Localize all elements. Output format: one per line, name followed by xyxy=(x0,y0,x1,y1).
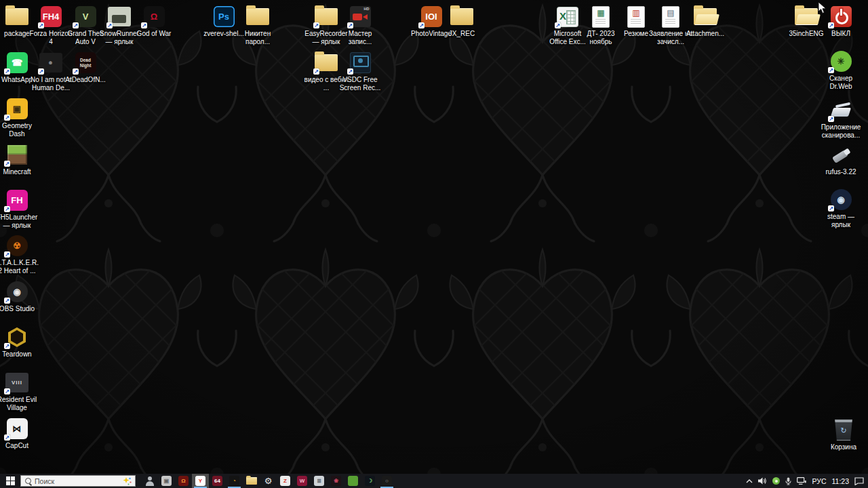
hexagon-icon xyxy=(8,327,26,347)
shortcut-arrow-icon: ↗ xyxy=(828,116,834,122)
desktop[interactable]: package FH4↗Forza Horizon 4 V↗Grand Thef… xyxy=(0,0,868,488)
clock[interactable]: 11:23 xyxy=(832,477,850,485)
shortcut-arrow-icon: ↗ xyxy=(828,67,834,73)
desktop-icon-label: Приложение сканирова... xyxy=(818,123,863,140)
shortcut-arrow-icon: ↗ xyxy=(347,68,353,75)
shortcut-arrow-icon: ↗ xyxy=(4,161,10,167)
people-icon xyxy=(144,476,155,486)
action-center-icon[interactable] xyxy=(854,477,864,485)
shortcut-arrow-icon: ↗ xyxy=(73,68,79,75)
search-input[interactable]: Поиск xyxy=(20,475,136,487)
desktop-icon-teardown[interactable]: ↗Teardown xyxy=(0,326,39,359)
recycle-bin-icon: ↻ xyxy=(834,420,853,441)
folder-icon xyxy=(5,8,28,25)
desktop-icon-мастер-запис[interactable]: HD↗Мастер запис... xyxy=(338,5,382,46)
shortcut-arrow-icon: ↗ xyxy=(38,68,44,75)
folder-icon xyxy=(246,8,269,25)
taskbar-button-gray-app[interactable]: ▣ xyxy=(158,474,175,488)
desktop-icon-resident-evil-village[interactable]: VIII↗Resident Evil Village xyxy=(0,371,39,412)
shortcut-arrow-icon: ↗ xyxy=(38,22,44,28)
taskbar-button-file-explorer[interactable] xyxy=(243,474,260,488)
taskbar-button-dark-sphere-app[interactable]: ☽ xyxy=(361,474,378,488)
search-highlights-icon xyxy=(122,476,132,486)
desktop-icon-steam-ярлык[interactable]: ◉↗steam — ярлык xyxy=(818,188,863,229)
desktop-icon-label: Resident Evil Village xyxy=(0,396,39,412)
microphone-icon[interactable] xyxy=(785,477,791,485)
folder-icon xyxy=(450,8,473,25)
desktop-icon-s-t-a-l-k-e-r-2-heart-of[interactable]: ☢↗S.T.A.L.K.E.R. 2 Heart of ... xyxy=(0,235,39,275)
taskbar-button-document-app[interactable]: ≣ xyxy=(311,474,328,488)
taskbar-button-z-app[interactable]: Z xyxy=(277,474,294,488)
desktop-icon-god-of-war[interactable]: Ω↗God of War xyxy=(132,5,176,38)
app-glyph-icon: ◔ xyxy=(229,476,239,486)
desktop-icon-label: rufus-3.22 xyxy=(818,168,863,176)
desktop-icon-vsdc-free-screen-rec[interactable]: ↗VSDC Free Screen Rec... xyxy=(338,52,382,92)
shortcut-arrow-icon: ↗ xyxy=(4,388,10,394)
desktop-icon-label: ВЫКЛ xyxy=(818,30,863,38)
app-glyph-icon: ☽ xyxy=(365,476,375,486)
desktop-icon-сканер-dr-web[interactable]: ✳↗Сканер Dr.Web xyxy=(818,50,863,91)
app-glyph-icon: ❀ xyxy=(331,476,341,486)
desktop-icon-minecraft[interactable]: ↗Minecraft xyxy=(0,144,39,176)
taskbar-button-app-64[interactable]: 64 xyxy=(209,474,226,488)
shortcut-arrow-icon: ↗ xyxy=(73,22,79,28)
volume-icon[interactable] xyxy=(758,477,767,485)
taskbar-button-yandex-browser[interactable]: Y xyxy=(192,474,209,488)
desktop-icon-label: VSDC Free Screen Rec... xyxy=(338,76,382,92)
desktop-icon-capcut[interactable]: ⋈↗CapCut xyxy=(0,418,39,450)
start-button[interactable] xyxy=(0,474,20,488)
search-placeholder: Поиск xyxy=(35,477,119,485)
desktop-icon-выкл[interactable]: ↗ВЫКЛ xyxy=(818,5,863,38)
network-icon[interactable] xyxy=(797,477,806,485)
taskbar-button-settings[interactable]: ⚙ xyxy=(260,474,277,488)
app-glyph-icon xyxy=(348,476,358,486)
shortcut-arrow-icon: ↗ xyxy=(418,22,425,28)
desktop-icon-label: OBS Studio xyxy=(0,305,39,313)
app-glyph-icon: Ps xyxy=(214,6,235,27)
search-icon xyxy=(25,478,31,484)
shortcut-arrow-icon: ↗ xyxy=(4,251,10,258)
system-tray: РУС 11:23 xyxy=(746,474,868,488)
desktop-icon-area[interactable]: package FH4↗Forza Horizon 4 V↗Grand Thef… xyxy=(0,0,868,474)
shortcut-arrow-icon: ↗ xyxy=(4,434,10,441)
shortcut-arrow-icon: ↗ xyxy=(828,205,834,211)
show-hidden-icons-chevron[interactable] xyxy=(746,479,753,483)
desktop-icon-label: Корзина xyxy=(821,443,866,451)
desktop-icon-fh5launcher-ярлык[interactable]: FH↗FH5Launcher — ярлык xyxy=(0,189,39,230)
shortcut-arrow-icon: ↗ xyxy=(4,298,10,304)
desktop-icon-obs-studio[interactable]: ◉↗OBS Studio xyxy=(0,281,39,313)
shortcut-arrow-icon: ↗ xyxy=(106,22,113,28)
desktop-icon-jx-rec[interactable]: JX_REC xyxy=(439,5,484,38)
taskbar-button-green-app[interactable] xyxy=(344,474,361,488)
taskbar-button-flame-ring-app[interactable]: ◔ xyxy=(226,474,243,488)
desktop-icon-приложение-сканирова[interactable]: ↗Приложение сканирова... xyxy=(818,99,863,140)
app-glyph-icon: Z xyxy=(280,476,290,486)
taskbar-button-ring-app[interactable]: ○ xyxy=(378,474,395,488)
desktop-icon-label: AtDeadOfN... xyxy=(63,76,108,84)
shortcut-arrow-icon: ↗ xyxy=(4,115,10,121)
taskbar-button-people-app[interactable] xyxy=(141,474,158,488)
desktop-icon-geometry-dash[interactable]: ▣↗Geometry Dash xyxy=(0,98,39,138)
desktop-icon-никитен-парол[interactable]: Никитен парол... xyxy=(235,5,280,46)
taskbar-button-w-app[interactable]: W xyxy=(294,474,311,488)
shortcut-arrow-icon: ↗ xyxy=(347,22,353,28)
desktop-icon-attachmen[interactable]: Attachmen... xyxy=(683,5,728,38)
desktop-icon-label: Geometry Dash xyxy=(0,122,39,138)
app-glyph-icon: Y xyxy=(195,476,205,486)
language-indicator[interactable]: РУС xyxy=(812,477,826,485)
taskbar-button-red-pattern-app[interactable]: ❀ xyxy=(328,474,344,488)
usb-drive-icon xyxy=(829,145,852,165)
taskbar-button-flame-omega-app[interactable]: Ω xyxy=(175,474,192,488)
desktop-icon-rufus-3-22[interactable]: rufus-3.22 xyxy=(818,144,863,176)
desktop-icon-label: Мастер запис... xyxy=(338,30,382,46)
document-icon: ▦ xyxy=(592,6,610,28)
taskbar-app-buttons: ▣ Ω Y 64 ◔⚙ Z W ≣ ❀ ☽ ○ xyxy=(141,474,395,488)
desktop-icon-корзина[interactable]: ↻Корзина xyxy=(821,419,866,451)
app-glyph-icon: ○ xyxy=(382,476,392,486)
desktop-icon-atdeadofn[interactable]: Dead Night↗AtDeadOfN... xyxy=(63,52,108,84)
shortcut-arrow-icon: ↗ xyxy=(141,22,147,28)
document-icon: ▤ xyxy=(662,6,679,28)
desktop-icon-label: steam — ярлык xyxy=(818,213,863,229)
drweb-tray-icon[interactable] xyxy=(772,477,780,485)
taskbar: Поиск ▣ Ω Y 64 ◔⚙ Z W ≣ ❀ ☽ ○ xyxy=(0,474,868,488)
